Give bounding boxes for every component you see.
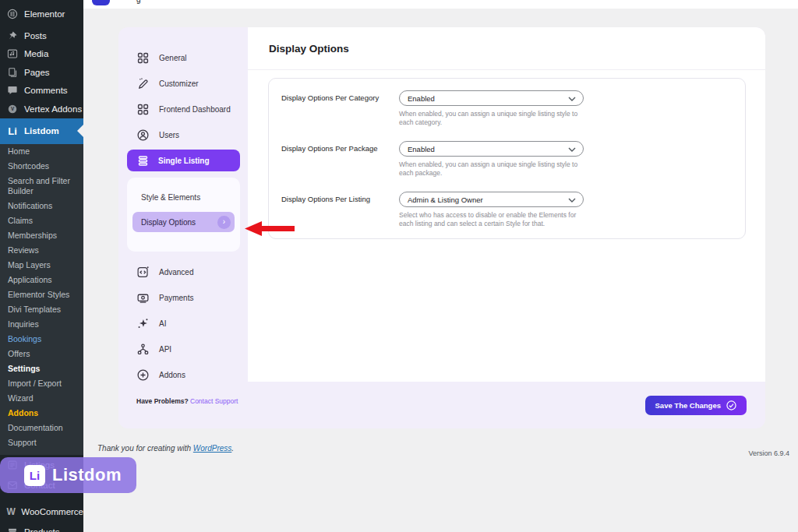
submenu-item-search-and-filter-builder[interactable]: Search and Filter Builder [0, 174, 78, 199]
settings-nav-api[interactable]: API [118, 336, 248, 362]
topbar-partial-text: g [136, 0, 141, 4]
sidebar-item-label: Products [24, 527, 59, 532]
chevron-down-icon [568, 147, 576, 152]
sidebar-item-vertex-addons[interactable]: V Vertex Addons [0, 100, 83, 118]
settings-nav-label: API [159, 345, 171, 354]
user-circle-icon [136, 129, 150, 142]
vertex-addons-icon: V [6, 103, 19, 115]
fields-card: Display Options Per Category Enabled Whe… [268, 78, 746, 239]
sidebar-item-media[interactable]: Media [0, 45, 83, 64]
submenu-item-inquiries[interactable]: Inquiries [0, 317, 83, 332]
submenu-item-shortcodes[interactable]: Shortcodes [0, 159, 83, 174]
submenu-item-elementor-styles[interactable]: Elementor Styles [0, 287, 83, 302]
field-row: Display Options Per Listing Admin & List… [281, 192, 733, 228]
settings-nav-label: Customizer [159, 79, 199, 88]
settings-nav-general[interactable]: General [118, 45, 248, 71]
settings-nav-frontend-dashboard[interactable]: Frontend Dashboard [118, 97, 248, 122]
submenu-item-import-export[interactable]: Import / Export [0, 376, 83, 391]
settings-nav-label: Users [159, 131, 179, 139]
submenu-item-offers[interactable]: Offers [0, 347, 83, 361]
media-icon [6, 48, 19, 60]
sidebar-item-listdom-active[interactable]: Li Listdom [0, 118, 83, 144]
save-changes-button[interactable]: Save The Changes [645, 396, 747, 415]
check-circle-icon [726, 400, 736, 410]
products-icon [6, 526, 19, 532]
field-row: Display Options Per Category Enabled Whe… [281, 90, 733, 127]
single-listing-subsections: Style & Elements Display Options › [127, 178, 240, 252]
submenu-item-documentation[interactable]: Documentation [0, 421, 83, 435]
current-menu-arrow-icon [77, 125, 83, 137]
pages-icon [6, 66, 19, 79]
display-options-per-package-select[interactable]: Enabled [399, 141, 584, 157]
field-description: When enabled, you can assign a unique si… [399, 160, 586, 178]
sidebar-item-comments[interactable]: Comments [0, 82, 83, 100]
submenu-item-wizard[interactable]: Wizard [0, 391, 83, 406]
submenu-item-claims[interactable]: Claims [0, 213, 83, 228]
subsection-style-elements[interactable]: Style & Elements [127, 193, 240, 202]
sidebar-item-elementor[interactable]: Elementor [0, 5, 83, 23]
settings-nav-label: General [159, 54, 187, 62]
contact-support-link[interactable]: Contact Support [190, 397, 238, 405]
red-arrow-annotation [245, 221, 295, 236]
settings-nav-label: Addons [159, 371, 185, 379]
sidebar-item-posts[interactable]: Posts [0, 26, 83, 45]
submenu-item-support[interactable]: Support [0, 435, 83, 450]
settings-nav-label: Advanced [159, 268, 193, 277]
submenu-item-home[interactable]: Home [0, 144, 83, 159]
submenu-item-addons[interactable]: Addons [0, 406, 83, 421]
submenu-item-reviews[interactable]: Reviews [0, 243, 83, 258]
thanks-prefix: Thank you for creating with [97, 444, 193, 453]
select-value: Enabled [408, 94, 435, 103]
top-admin-bar: g [83, 0, 798, 9]
comment-icon [6, 84, 19, 97]
submenu-item-notifications[interactable]: Notifications [0, 199, 83, 213]
submenu-item-divi-templates[interactable]: Divi Templates [0, 302, 83, 317]
settings-nav-advanced[interactable]: Advanced [118, 259, 248, 285]
field-label: Display Options Per Category [281, 90, 399, 106]
submenu-item-memberships[interactable]: Memberships [0, 228, 83, 243]
chevron-down-icon [568, 97, 576, 101]
sidebar-item-label: Listdom [24, 126, 59, 136]
settings-nav-label: AI [159, 319, 166, 328]
sparkle-icon [136, 317, 150, 330]
submenu-item-settings[interactable]: Settings [0, 361, 83, 376]
payment-icon [136, 291, 150, 305]
sidebar-item-products[interactable]: Products [0, 522, 83, 532]
field-control: Enabled When enabled, you can assign a u… [399, 90, 584, 127]
sidebar-item-pages[interactable]: Pages [0, 63, 83, 82]
help-prefix: Have Problems? [136, 397, 189, 405]
select-value: Admin & Listing Owner [408, 196, 483, 204]
settings-nav-label: Frontend Dashboard [159, 105, 231, 114]
settings-nav-label: Payments [159, 294, 193, 302]
submenu-item-bookings[interactable]: Bookings [0, 332, 83, 347]
settings-nav-customizer[interactable]: Customizer [118, 71, 248, 97]
woocommerce-icon: W [6, 506, 16, 517]
settings-nav-bottom: Advanced Payments AI API [118, 259, 248, 388]
save-button-label: Save The Changes [655, 401, 721, 410]
code-icon [136, 266, 150, 279]
display-options-per-category-select[interactable]: Enabled [399, 90, 584, 106]
subsection-display-options-active[interactable]: Display Options › [132, 212, 235, 232]
grid-icon [136, 51, 150, 65]
sidebar-item-label: Posts [24, 31, 47, 41]
settings-nav-ai[interactable]: AI [118, 311, 248, 336]
submenu-item-map-layers[interactable]: Map Layers [0, 258, 83, 273]
settings-nav-single-listing-active[interactable]: Single Listing [127, 150, 240, 171]
sidebar-item-label: Media [24, 49, 48, 58]
select-value: Enabled [408, 145, 435, 153]
field-label: Display Options Per Listing [281, 192, 399, 207]
settings-nav-payments[interactable]: Payments [118, 285, 248, 311]
sidebar-item-woocommerce[interactable]: W WooCommerce [0, 502, 83, 522]
settings-nav-users[interactable]: Users [118, 122, 248, 148]
settings-nav-label: Single Listing [158, 157, 210, 165]
listdom-logo-icon: Li [24, 465, 45, 486]
display-options-per-listing-select[interactable]: Admin & Listing Owner [399, 192, 584, 207]
settings-nav-addons[interactable]: Addons [118, 362, 248, 388]
wordpress-link[interactable]: WordPress [193, 444, 231, 453]
sidebar-item-label: Comments [24, 86, 68, 95]
listdom-submenu: Home Shortcodes Search and Filter Builde… [0, 144, 83, 455]
topbar-button-partial[interactable] [92, 0, 110, 5]
footer-thanks: Thank you for creating with WordPress. [97, 444, 234, 453]
submenu-item-applications[interactable]: Applications [0, 273, 83, 287]
sidebar-item-label: Pages [24, 68, 50, 77]
